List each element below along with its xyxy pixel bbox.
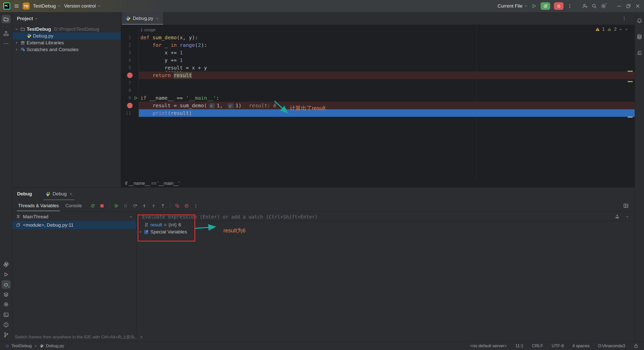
code-editor[interactable]: 1 usage1def sum_demo(x, y):2 for _ in ra…	[121, 25, 635, 179]
stack-frame-row[interactable]: <module>, Debug.py:11	[12, 221, 136, 229]
stripe-warning-mark[interactable]	[628, 71, 633, 72]
layout-settings-icon[interactable]	[623, 203, 629, 208]
sidebar-item-notifications[interactable]	[635, 16, 644, 25]
tree-item-external-libraries[interactable]: External Libraries	[12, 39, 121, 46]
code-line[interactable]: 5 result = x + y	[121, 64, 635, 72]
sidebar-item-python-console[interactable]	[2, 300, 11, 309]
tree-item-testdebug[interactable]: TestDebugD:\Project\TestDebug	[12, 26, 121, 32]
rerun-button[interactable]	[89, 202, 96, 209]
status-item[interactable]: 11:1	[515, 343, 524, 348]
step-over-button[interactable]	[132, 202, 139, 209]
code-line[interactable]: 8	[121, 87, 635, 94]
close-session-icon[interactable]	[69, 192, 73, 196]
step-out-button[interactable]	[159, 202, 167, 209]
sidebar-item-more-tools[interactable]	[2, 39, 11, 48]
settings-button[interactable]	[601, 3, 606, 9]
stripe-warning-mark[interactable]	[628, 81, 633, 82]
sidebar-item-problems[interactable]	[2, 321, 11, 329]
code-line[interactable]: 3 x += 1	[121, 49, 635, 56]
code-line[interactable]: 9if __name__ == '__main__':	[121, 94, 635, 102]
prev-issue-chevron-up-icon[interactable]	[619, 28, 622, 31]
view-breakpoints-button[interactable]	[174, 202, 181, 209]
sidebar-item-project[interactable]	[2, 15, 11, 23]
code-line[interactable]: 4 y += 1	[121, 56, 635, 64]
main-menu-hamburger-icon[interactable]	[14, 3, 19, 9]
gutter[interactable]: 11	[121, 109, 139, 117]
breakpoint-dot[interactable]	[127, 73, 133, 78]
project-widget-blue-square-icon[interactable]	[6, 344, 9, 348]
status-item[interactable]: <no default server>	[470, 343, 507, 348]
sidebar-item-structure[interactable]	[2, 29, 11, 38]
gutter[interactable]: 5	[121, 64, 139, 72]
gutter[interactable]	[121, 26, 139, 34]
code-line[interactable]: 1def sum_demo(x, y):	[121, 34, 635, 41]
breadcrumb[interactable]: if __name__ == '__main__'	[121, 179, 635, 187]
sidebar-item-version-control[interactable]	[2, 331, 11, 339]
usages-inlay-hint[interactable]: 1 usage	[121, 26, 635, 34]
sidebar-item-services[interactable]	[2, 290, 11, 299]
status-item[interactable]: UTF-8	[552, 343, 564, 348]
run-button[interactable]	[531, 3, 537, 9]
expand-evaluate-chevron-icon[interactable]	[626, 215, 629, 219]
tab-debug-py[interactable]: Debug.py	[122, 12, 163, 25]
code-line[interactable]: 7	[121, 79, 635, 87]
search-everywhere-icon[interactable]	[591, 3, 597, 9]
code-with-me-add-user-icon[interactable]	[582, 3, 588, 9]
tree-item-debug-py[interactable]: Debug.py	[12, 32, 121, 39]
gutter[interactable]: 9	[121, 94, 139, 102]
code-line[interactable]: 2 for _ in range(2):	[121, 41, 635, 49]
code-line[interactable]: 11 print(result)	[121, 109, 635, 117]
gutter[interactable]	[121, 72, 139, 79]
tree-item-scratches-and-consoles[interactable]: Scratches and Consoles	[12, 46, 121, 53]
project-selector[interactable]: TestDebug	[33, 3, 61, 9]
kebab-gray-button[interactable]	[192, 202, 199, 209]
more-options-kebab-icon[interactable]	[567, 4, 572, 9]
gutter[interactable]: 2	[121, 41, 139, 49]
chevron-right-icon[interactable]	[15, 48, 18, 51]
chevron-down-icon[interactable]	[15, 27, 18, 31]
gutter[interactable]: 4	[121, 56, 139, 64]
sidebar-item-python-packages[interactable]	[2, 260, 11, 269]
evaluate-expression-field[interactable]: Evaluate expression (Enter) or add a wat…	[137, 213, 635, 221]
editor-options-kebab-icon[interactable]	[622, 16, 627, 21]
gutter[interactable]	[121, 102, 139, 109]
vcs-selector[interactable]: Version control	[64, 3, 101, 9]
sidebar-item-run[interactable]	[2, 270, 11, 279]
gutter[interactable]: 7	[121, 79, 139, 87]
project-badge[interactable]: TD	[23, 3, 30, 10]
stop-button[interactable]	[554, 2, 564, 10]
next-issue-chevron-down-icon[interactable]	[625, 28, 628, 31]
mute-breakpoints-button[interactable]	[183, 202, 190, 209]
gutter[interactable]: 8	[121, 87, 139, 94]
status-project[interactable]: TestDebug	[11, 343, 32, 348]
sidebar-item-debug[interactable]	[2, 280, 11, 289]
tab-threads-variables[interactable]: Threads & Variables	[15, 200, 62, 211]
code-line[interactable]: result = sum_demo(x:1, y:1)result: 6	[121, 102, 635, 109]
tab-console[interactable]: Console	[62, 200, 85, 211]
minimize-window-icon[interactable]	[616, 3, 622, 9]
run-gutter-icon[interactable]	[133, 96, 138, 100]
thread-selector[interactable]: MainThread	[12, 213, 136, 221]
step-into-button[interactable]	[141, 202, 148, 209]
sidebar-item-plots[interactable]	[635, 49, 644, 57]
rerun-debug-button[interactable]	[541, 2, 550, 10]
code-line[interactable]: return result	[121, 72, 635, 79]
inspections-widget[interactable]: 1 2	[595, 27, 628, 32]
pause-button[interactable]	[122, 202, 129, 209]
sidebar-item-terminal[interactable]	[2, 310, 11, 319]
stop-button[interactable]	[99, 202, 106, 209]
add-watch-icon[interactable]	[615, 214, 620, 219]
chevron-right-icon[interactable]	[15, 41, 18, 45]
gutter[interactable]: 1	[121, 34, 139, 41]
lock-open-icon[interactable]	[634, 343, 638, 348]
force-step-into-button[interactable]	[150, 202, 157, 209]
status-item[interactable]: D:\Anaconda3	[598, 343, 625, 348]
gutter[interactable]: 3	[121, 49, 139, 56]
status-file[interactable]: Debug.py	[46, 343, 64, 348]
resume-button[interactable]	[113, 202, 120, 209]
run-config-selector[interactable]: Current File	[498, 3, 528, 9]
close-tab-icon[interactable]	[155, 17, 159, 20]
sidebar-item-database[interactable]	[635, 32, 644, 41]
breakpoint-dot[interactable]	[127, 103, 133, 108]
restore-window-icon[interactable]	[626, 3, 631, 9]
